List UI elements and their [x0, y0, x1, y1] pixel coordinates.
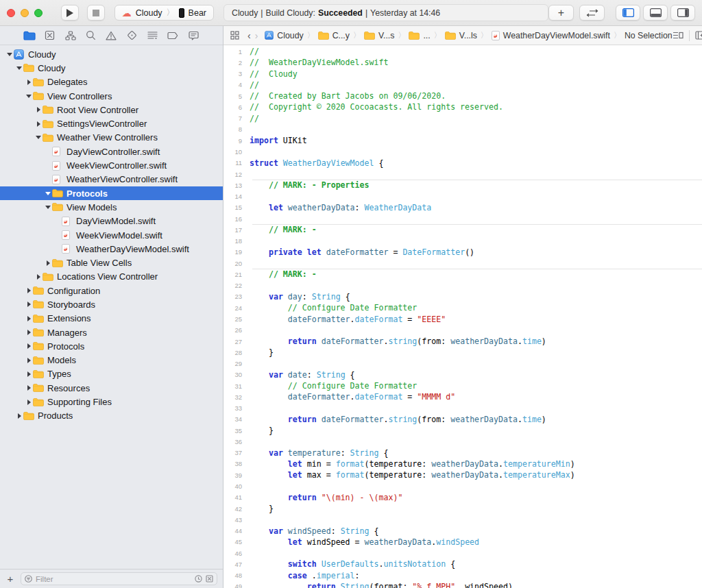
code-line[interactable]: 18 [223, 236, 702, 247]
jumpbar-segment[interactable]: C...y [318, 31, 350, 40]
disclosure-triangle-icon[interactable] [15, 66, 23, 70]
navigator-tab-project[interactable] [22, 29, 37, 42]
navigator-tab-find[interactable] [84, 29, 99, 42]
code-line[interactable]: 32 dateFormatter.dateFormat = "MMMM d" [223, 391, 702, 402]
code-line[interactable]: 44 var windSpeed: String { [223, 525, 702, 536]
code-line[interactable]: 36 [223, 436, 702, 447]
code-line[interactable]: 33 [223, 403, 702, 414]
back-chevron-icon[interactable]: ‹ [247, 30, 251, 41]
code-line[interactable]: 48 case .imperial: [223, 569, 702, 580]
disclosure-triangle-icon[interactable] [25, 316, 33, 321]
add-file-button[interactable]: + [5, 573, 15, 585]
code-line[interactable]: 23 var day: String { [223, 291, 702, 302]
disclosure-triangle-icon[interactable] [15, 413, 23, 419]
close-window-button[interactable] [7, 9, 15, 17]
code-line[interactable]: 17 // MARK: - [223, 224, 702, 235]
code-line[interactable]: 26 [223, 325, 702, 336]
code-line[interactable]: 8 [223, 124, 702, 135]
code-line[interactable]: 24 // Configure Date Formatter [223, 302, 702, 313]
navigator-tab-breakpoints[interactable] [165, 29, 180, 42]
code-line[interactable]: 2// WeatherDayViewModel.swift [223, 57, 702, 68]
navigator-tab-tests[interactable] [124, 29, 139, 42]
related-items-icon[interactable] [230, 31, 239, 40]
code-line[interactable]: 4// [223, 79, 702, 90]
jumpbar-segment[interactable]: V...ls [445, 31, 477, 40]
zoom-window-button[interactable] [34, 9, 43, 17]
tree-folder-supporting-files[interactable]: Supporting Files [0, 395, 223, 408]
code-line[interactable]: 1// [223, 46, 702, 57]
toggle-navigator-button[interactable] [616, 5, 640, 21]
tree-folder-root-view-controller[interactable]: Root View Controller [0, 103, 223, 117]
disclosure-triangle-icon[interactable] [34, 274, 43, 280]
tree-folder-cloudy[interactable]: Cloudy [0, 47, 223, 61]
code-line[interactable]: 43 [223, 514, 702, 525]
disclosure-triangle-icon[interactable] [25, 79, 33, 85]
navigator-tab-debug[interactable] [145, 29, 160, 42]
jumpbar-segment[interactable]: V...s [364, 31, 394, 40]
code-line[interactable]: 19 private let dateFormatter = DateForma… [223, 247, 702, 258]
tree-folder-cloudy[interactable]: Cloudy [0, 61, 223, 75]
jumpbar-segment[interactable]: No Selection [625, 31, 673, 40]
tree-folder-types[interactable]: Types [0, 367, 223, 381]
code-line[interactable]: 39 let max = format(temperature: weather… [223, 469, 702, 480]
disclosure-triangle-icon[interactable] [25, 95, 33, 98]
code-line[interactable]: 5// Created by Bart Jacobs on 09/06/2020… [223, 90, 702, 101]
code-line[interactable]: 25 dateFormatter.dateFormat = "EEEE" [223, 313, 702, 324]
code-line[interactable]: 13 // MARK: - Properties [223, 180, 702, 191]
code-line[interactable]: 7// [223, 113, 702, 124]
code-line[interactable]: 41 return "\(min) - \(max)" [223, 492, 702, 503]
disclosure-triangle-icon[interactable] [25, 330, 33, 335]
disclosure-triangle-icon[interactable] [25, 343, 33, 349]
editor-options-icon[interactable] [673, 31, 683, 40]
tree-file-weatherviewcontroller-swift[interactable]: WeatherViewController.swift [0, 173, 223, 186]
clock-icon[interactable] [195, 575, 202, 583]
tree-folder-resources[interactable]: Resources [0, 381, 223, 395]
disclosure-triangle-icon[interactable] [25, 358, 33, 363]
tree-folder-view-models[interactable]: View Models [0, 200, 223, 214]
tree-file-dayviewcontroller-swift[interactable]: DayViewController.swift [0, 145, 223, 158]
code-line[interactable]: 38 let min = format(temperature: weather… [223, 458, 702, 469]
code-line[interactable]: 9import UIKit [223, 135, 702, 146]
minimize-window-button[interactable] [21, 9, 29, 17]
disclosure-triangle-icon[interactable] [25, 400, 33, 405]
add-editor-icon[interactable] [695, 31, 702, 40]
tree-folder-protocols[interactable]: Protocols [0, 339, 223, 353]
code-line[interactable]: 6// Copyright © 2020 Cocoacasts. All rig… [223, 101, 702, 112]
scheme-selector[interactable]: ☁ Cloudy 〉 Bear [114, 5, 214, 21]
tree-folder-extensions[interactable]: Extensions [0, 312, 223, 326]
code-line[interactable]: 27 return dateFormatter.string(from: wea… [223, 336, 702, 347]
code-line[interactable]: 42 } [223, 503, 702, 514]
tree-folder-models[interactable]: Models [0, 354, 223, 367]
disclosure-triangle-icon[interactable] [34, 121, 43, 127]
disclosure-triangle-icon[interactable] [25, 371, 33, 377]
toggle-debug-area-button[interactable] [643, 5, 668, 21]
disclosure-triangle-icon[interactable] [44, 260, 52, 266]
tree-folder-configuration[interactable]: Configuration [0, 284, 223, 297]
filter-field[interactable]: Filter [21, 572, 217, 585]
code-line[interactable]: 3// Cloudy [223, 69, 702, 79]
tree-file-weekviewmodel-swift[interactable]: WeekViewModel.swift [0, 228, 223, 242]
tree-folder-view-controllers[interactable]: View Controllers [0, 89, 223, 103]
flat-files-icon[interactable] [206, 575, 213, 583]
disclosure-triangle-icon[interactable] [44, 192, 52, 195]
tree-file-weatherdayviewmodel-swift[interactable]: WeatherDayViewModel.swift [0, 242, 223, 256]
tree-folder-managers[interactable]: Managers [0, 326, 223, 339]
code-line[interactable]: 12 [223, 169, 702, 180]
code-line[interactable]: 21 // MARK: - [223, 269, 702, 280]
jumpbar-segment[interactable]: Cloudy [265, 31, 303, 40]
tree-folder-table-view-cells[interactable]: Table View Cells [0, 256, 223, 269]
disclosure-triangle-icon[interactable] [25, 302, 33, 307]
disclosure-triangle-icon[interactable] [34, 136, 43, 139]
code-line[interactable]: 35 } [223, 425, 702, 436]
navigator-tab-reports[interactable] [186, 29, 201, 42]
code-line[interactable]: 30 var date: String { [223, 369, 702, 380]
code-line[interactable]: 10 [223, 146, 702, 157]
jumpbar-segment[interactable]: ... [409, 31, 430, 40]
disclosure-triangle-icon[interactable] [25, 288, 33, 293]
code-area[interactable]: 1//2// WeatherDayViewModel.swift3// Clou… [223, 45, 702, 588]
run-button[interactable] [61, 5, 79, 21]
code-line[interactable]: 40 [223, 480, 702, 491]
tree-folder-delegates[interactable]: Delegates [0, 75, 223, 89]
code-line[interactable]: 16 [223, 213, 702, 224]
forward-chevron-icon[interactable]: › [255, 30, 258, 41]
